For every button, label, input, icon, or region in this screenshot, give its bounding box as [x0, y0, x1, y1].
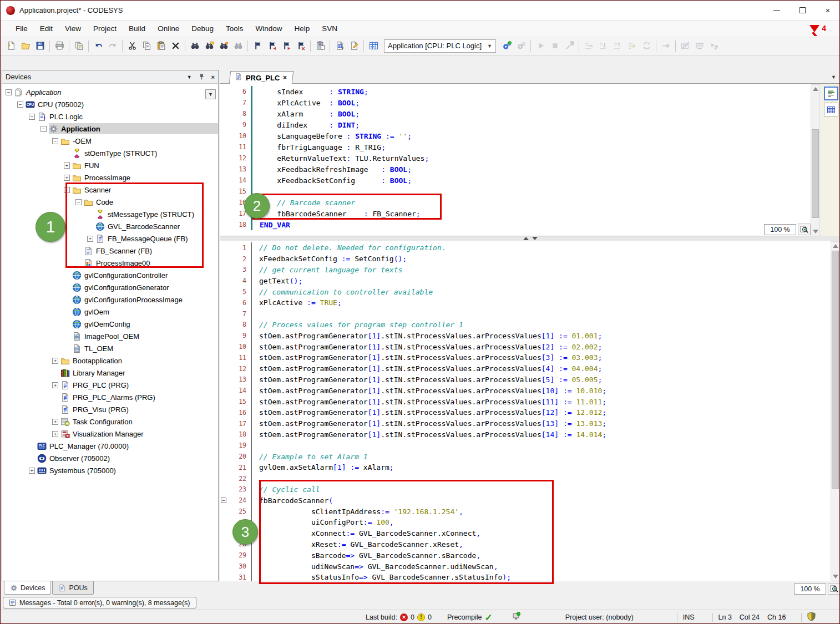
copy-formatted-button[interactable]	[313, 39, 327, 53]
tree-item-oem[interactable]: −-OEM	[2, 135, 218, 147]
tree-item-fun[interactable]: +FUN	[2, 159, 218, 171]
tree-item-gvlconfigurationgenerator[interactable]: gvlConfigurationGenerator	[2, 281, 218, 293]
tree-item-plc-logic[interactable]: −PLC Logic	[2, 110, 218, 123]
expand-toggle-icon[interactable]: +	[52, 358, 58, 364]
tree-item-observer-705002[interactable]: Observer (705002)	[2, 452, 218, 464]
menu-item-window[interactable]: Window	[249, 22, 288, 35]
minimize-button[interactable]	[764, 1, 790, 20]
code-text[interactable]: stOem.astProgramGenerator[1].stIN.stProc…	[251, 418, 831, 429]
delete-button[interactable]	[168, 39, 183, 53]
code-text[interactable]: gvlOem.axSetAlarm[1] := xAlarm;	[251, 462, 831, 473]
menu-item-help[interactable]: Help	[288, 22, 316, 35]
menu-item-edit[interactable]: Edit	[34, 22, 59, 35]
implementation-scrollbar[interactable]	[831, 241, 840, 581]
step-out-button[interactable]	[610, 39, 625, 53]
code-text[interactable]: xPlcActive := TRUE;	[251, 297, 831, 308]
menu-item-build[interactable]: Build	[123, 22, 151, 35]
code-text[interactable]: END_VAR	[251, 219, 821, 230]
tree-item-gvlconfigurationprocessimage[interactable]: gvlConfigurationProcessImage	[2, 293, 218, 306]
tree-item-gvloemconfig[interactable]: gvlOemConfig	[2, 318, 218, 330]
code-text[interactable]: // get current language for texts	[251, 265, 831, 276]
menu-item-view[interactable]: View	[59, 22, 87, 35]
splitter-down-icon[interactable]	[532, 237, 538, 240]
project-user[interactable]: Project user: (nobody)	[565, 613, 634, 621]
code-text[interactable]: stOem.astProgramGenerator[1].stIN.stProc…	[251, 374, 831, 385]
tree-item-gvlconfigurationcontroller[interactable]: gvlConfigurationController	[2, 269, 218, 281]
incremental-search-button[interactable]	[231, 39, 245, 53]
write-values-button[interactable]	[639, 39, 654, 53]
step-into-button[interactable]	[596, 39, 610, 53]
tree-item-plc-manager-70-0000[interactable]: PLCPLC_Manager (70.0000)	[2, 440, 218, 452]
new-project-button[interactable]	[4, 39, 18, 53]
new-object-button[interactable]	[332, 39, 347, 53]
paste-button[interactable]	[154, 39, 168, 53]
scroll-down-icon[interactable]	[833, 575, 838, 579]
run-to-cursor-button[interactable]	[659, 39, 673, 53]
tree-item-prg-plc-alarms-prg[interactable]: PRG_PLC_Alarms (PRG)	[2, 391, 218, 403]
svn-update-button[interactable]	[707, 39, 721, 53]
tabular-view-button[interactable]	[824, 103, 838, 116]
scrollbar-thumb[interactable]	[832, 251, 839, 489]
start-button[interactable]	[533, 39, 548, 53]
collapse-toggle-icon[interactable]: −	[6, 89, 12, 95]
copy-button[interactable]	[139, 39, 154, 53]
code-text[interactable]	[251, 440, 831, 451]
code-text[interactable]: xFeedbackSetConfig := SetConfig();	[251, 253, 831, 265]
save-project-button[interactable]	[33, 39, 47, 53]
collapse-toggle-icon[interactable]: −	[52, 138, 58, 144]
implementation-zoom-icon[interactable]	[828, 583, 840, 595]
open-project-button[interactable]	[18, 39, 33, 53]
expand-toggle-icon[interactable]: +	[29, 468, 35, 474]
logout-button[interactable]	[514, 39, 528, 53]
breakpoint-list-button[interactable]	[692, 39, 707, 53]
code-text[interactable]: // Example to set Alarm 1	[251, 451, 831, 462]
step-over-button[interactable]	[581, 39, 596, 53]
edit-object-properties-button[interactable]	[347, 39, 361, 53]
cut-button[interactable]	[125, 39, 139, 53]
expand-toggle-icon[interactable]: +	[64, 163, 70, 169]
single-cycle-button[interactable]	[562, 39, 576, 53]
replace-button[interactable]	[202, 39, 216, 53]
code-text[interactable]: fbrTrigLanguage : R_TRIG;	[251, 141, 821, 153]
tab-list-chevron-icon[interactable]: ▼	[831, 74, 836, 80]
scroll-down-icon[interactable]	[813, 230, 818, 234]
undo-button[interactable]	[91, 39, 105, 53]
tree-item-task-configuration[interactable]: +Task Configuration	[2, 415, 218, 428]
code-text[interactable]: sLanguageBefore : STRING := '';	[251, 130, 821, 141]
code-text[interactable]: // Process values for program step contr…	[251, 319, 831, 331]
code-text[interactable]: sIndex : STRING;	[251, 86, 821, 97]
collapse-toggle-icon[interactable]: −	[41, 126, 47, 132]
expand-toggle-icon[interactable]: +	[64, 175, 70, 181]
tree-item-application[interactable]: −Application▼	[2, 86, 218, 98]
declaration-zoom-icon[interactable]	[798, 224, 811, 235]
code-text[interactable]: // communication to controller available	[251, 286, 831, 297]
expand-toggle-icon[interactable]: +	[52, 419, 58, 425]
close-button[interactable]: ×	[815, 1, 840, 20]
menu-item-project[interactable]: Project	[87, 22, 123, 35]
code-text[interactable]: stOem.astProgramGenerator[1].stIN.stProc…	[251, 385, 831, 396]
paste-special-button[interactable]	[72, 39, 86, 53]
login-button[interactable]	[499, 39, 514, 53]
code-text[interactable]: stOem.astProgramGenerator[1].stIN.stProc…	[251, 363, 831, 374]
code-text[interactable]: stOem.astProgramGenerator[1].stIN.stProc…	[251, 407, 831, 418]
code-text[interactable]: xAlarm : BOOL;	[251, 108, 821, 119]
tree-item-gvloem[interactable]: gvlOem	[2, 306, 218, 318]
panel-tab-pous[interactable]: POUs	[52, 581, 93, 595]
expand-toggle-icon[interactable]: +	[52, 431, 58, 437]
tab-prg-plc[interactable]: PRG_PLC ×	[229, 71, 294, 84]
editor-splitter[interactable]	[220, 236, 840, 241]
stop-button[interactable]	[548, 39, 562, 53]
code-text[interactable]: stOem.astProgramGenerator[1].stIN.stProc…	[251, 429, 831, 440]
pin-icon[interactable]	[199, 73, 205, 81]
code-text[interactable]: getText();	[251, 275, 831, 286]
tree-item-tl-oem[interactable]: TL_OEM	[2, 342, 218, 354]
implementation-zoom-level[interactable]: 100 %	[794, 584, 826, 595]
maximize-button[interactable]	[790, 1, 815, 20]
tree-item-stoemtype-struct[interactable]: stOemType (STRUCT)	[2, 147, 218, 159]
collapse-toggle-icon[interactable]: −	[29, 114, 35, 120]
clear-bookmarks-button[interactable]	[294, 39, 308, 53]
splitter-up-icon[interactable]	[523, 237, 529, 240]
collapse-toggle-icon[interactable]: −	[17, 102, 23, 108]
code-text[interactable]: stOem.astProgramGenerator[1].stIN.stProc…	[251, 396, 831, 407]
panel-menu-chevron-icon[interactable]: ▼	[187, 74, 192, 80]
